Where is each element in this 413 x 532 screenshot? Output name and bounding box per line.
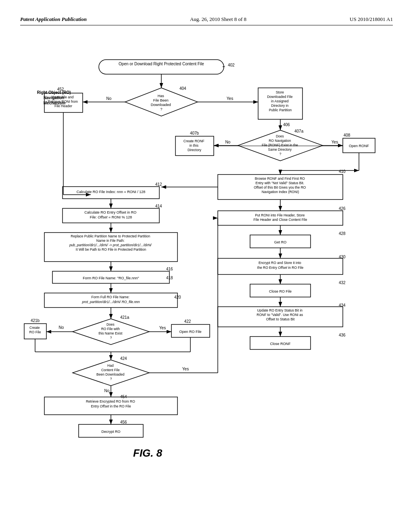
svg-text:No: No xyxy=(106,96,112,101)
svg-text:Open File and
        Retrieve: Open File and Retrieve RONI from File He… xyxy=(48,95,79,108)
svg-text:Decrypt RO: Decrypt RO xyxy=(101,430,120,434)
svg-text:Calculate RO File Index: nnn =: Calculate RO File Index: nnn = RONI / 12… xyxy=(77,190,145,194)
svg-text:Form RO File Name: "RO_file.nn: Form RO File Name: "RO_file.nnn" xyxy=(83,276,139,280)
svg-text:Encrypt RO and Store it into
 : Encrypt RO and Store it into the RO Entr… xyxy=(257,261,304,270)
svg-text:406: 406 xyxy=(283,123,290,127)
svg-text:412: 412 xyxy=(155,182,162,187)
svg-text:407b: 407b xyxy=(190,131,199,135)
svg-text:Put RONI into File Header, Sto: Put RONI into File Header, Store File He… xyxy=(254,213,307,222)
svg-text:Get RO: Get RO xyxy=(274,240,287,244)
diagram-area: Right Object (RO) Navigation Mechanism O… xyxy=(20,33,393,501)
svg-text:402: 402 xyxy=(228,63,235,67)
svg-text:430: 430 xyxy=(339,255,346,259)
svg-text:418: 418 xyxy=(166,276,173,280)
svg-text:Open RONF: Open RONF xyxy=(349,144,369,148)
svg-text:No: No xyxy=(104,389,110,393)
svg-text:Calculate RO Entry Offset in R: Calculate RO Entry Offset in RO File: Of… xyxy=(84,210,137,219)
header-left: Patent Application Publication xyxy=(20,16,87,23)
svg-text:Open or Download Right Protect: Open or Download Right Protected Content… xyxy=(119,62,204,66)
svg-text:Update RO Entry Status Bit in
: Update RO Entry Status Bit in RONF to "V… xyxy=(257,308,304,321)
svg-text:436: 436 xyxy=(339,333,346,337)
flowchart-svg: Right Object (RO) Navigation Mechanism O… xyxy=(20,33,393,501)
header: Patent Application Publication Aug. 26, … xyxy=(20,16,393,25)
svg-text:424: 424 xyxy=(120,356,127,361)
svg-text:404: 404 xyxy=(179,86,186,91)
svg-text:422: 422 xyxy=(184,319,191,324)
svg-text:416: 416 xyxy=(166,267,173,271)
svg-text:426: 426 xyxy=(339,206,346,211)
svg-text:456: 456 xyxy=(120,420,127,424)
svg-text:Yes: Yes xyxy=(182,367,189,371)
svg-text:No: No xyxy=(225,140,231,144)
header-center: Aug. 26, 2010 Sheet 8 of 8 xyxy=(190,16,246,23)
svg-text:414: 414 xyxy=(155,204,162,208)
svg-text:Does
        RO File with
    : Does RO File with this Name Exist ? xyxy=(98,322,123,340)
svg-text:408: 408 xyxy=(344,133,350,137)
svg-text:Create
        RO File: Create RO File xyxy=(29,326,41,334)
svg-text:452: 452 xyxy=(57,87,64,91)
svg-text:Retrieve Encrypted RO from RO
: Retrieve Encrypted RO from RO Entry Offs… xyxy=(86,399,136,408)
svg-text:434: 434 xyxy=(339,303,346,308)
svg-text:432: 432 xyxy=(339,281,346,285)
svg-text:420: 420 xyxy=(174,295,181,299)
svg-text:Yes: Yes xyxy=(159,326,166,330)
svg-text:FIG. 8: FIG. 8 xyxy=(133,447,163,459)
page: Patent Application Publication Aug. 26, … xyxy=(0,0,413,532)
svg-text:Yes: Yes xyxy=(332,140,338,144)
svg-text:407a: 407a xyxy=(294,129,304,133)
header-right: US 2010/218001 A1 xyxy=(350,16,393,23)
svg-text:Store
        Downloaded File
: Store Downloaded File in Assigned Direct… xyxy=(267,90,294,112)
svg-text:Replace Public Partition Name : Replace Public Partition Name to Protect… xyxy=(69,234,152,251)
svg-text:Does
        RO Navigation
   : Does RO Navigation File (RONF) Exist in … xyxy=(262,134,299,156)
svg-text:Close RONF: Close RONF xyxy=(270,342,291,346)
svg-text:Open RO File: Open RO File xyxy=(179,330,201,334)
svg-text:Create RONF
        in this
  : Create RONF in this Directory xyxy=(184,139,205,152)
svg-text:421b: 421b xyxy=(31,318,40,323)
svg-text:No: No xyxy=(59,325,64,330)
svg-text:Form Full RO File Name:
      : Form Full RO File Name: prot_partition/d… xyxy=(81,295,140,304)
svg-text:421a: 421a xyxy=(120,315,129,320)
svg-text:410: 410 xyxy=(339,169,346,174)
svg-text:Had
        Content File
     : Had Content File Been Downloaded ? xyxy=(96,364,125,381)
svg-text:Yes: Yes xyxy=(227,96,233,101)
svg-text:Has
        File Been
        : Has File Been Downloaded ? xyxy=(151,94,172,111)
svg-text:428: 428 xyxy=(339,231,346,236)
svg-text:Browse RONF and Find First RO
: Browse RONF and Find First RO Entry with… xyxy=(254,177,307,194)
svg-text:Close RO File: Close RO File xyxy=(269,289,292,293)
